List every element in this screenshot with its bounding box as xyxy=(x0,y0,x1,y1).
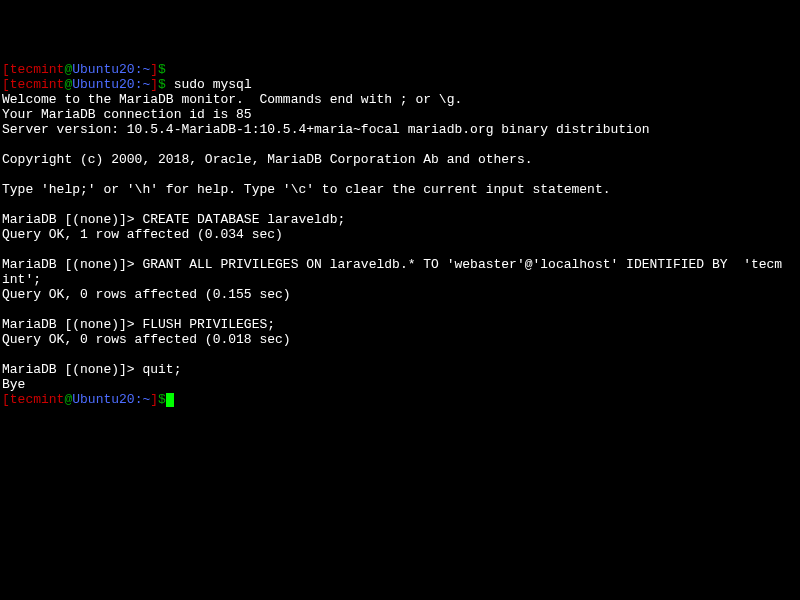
query-result-3: Query OK, 0 rows affected (0.018 sec) xyxy=(2,332,798,347)
flush-line: MariaDB [(none)]> FLUSH PRIVILEGES; xyxy=(2,317,798,332)
blank-line xyxy=(2,302,798,317)
dollar-sign: $ xyxy=(158,62,166,77)
bracket-open: [ xyxy=(2,392,10,407)
user: tecmint xyxy=(10,62,65,77)
user: tecmint xyxy=(10,392,65,407)
server-version: Server version: 10.5.4-MariaDB-1:10.5.4+… xyxy=(2,122,798,137)
mariadb-prompt: MariaDB [(none)]> xyxy=(2,362,142,377)
mariadb-prompt: MariaDB [(none)]> xyxy=(2,317,142,332)
quit-cmd: quit; xyxy=(142,362,181,377)
bracket-close: ] xyxy=(150,392,158,407)
host-path: Ubuntu20:~ xyxy=(72,62,150,77)
bracket-close: ] xyxy=(150,77,158,92)
blank-line xyxy=(2,137,798,152)
bracket-open: [ xyxy=(2,62,10,77)
connection-id: Your MariaDB connection id is 85 xyxy=(2,107,798,122)
query-result-1: Query OK, 1 row affected (0.034 sec) xyxy=(2,227,798,242)
bye-text: Bye xyxy=(2,377,798,392)
flush-privileges-cmd: FLUSH PRIVILEGES; xyxy=(142,317,275,332)
bracket-open: [ xyxy=(2,77,10,92)
prompt-line-1: [tecmint@Ubuntu20:~]$ xyxy=(2,62,798,77)
host-path: Ubuntu20:~ xyxy=(72,77,150,92)
create-database-cmd: CREATE DATABASE laraveldb; xyxy=(142,212,345,227)
blank-line xyxy=(2,242,798,257)
user: tecmint xyxy=(10,77,65,92)
dollar-sign: $ xyxy=(158,392,166,407)
bracket-close: ] xyxy=(150,62,158,77)
mariadb-prompt: MariaDB [(none)]> xyxy=(2,212,142,227)
terminal[interactable]: [tecmint@Ubuntu20:~]$[tecmint@Ubuntu20:~… xyxy=(2,62,798,407)
grant-line-2: int'; xyxy=(2,272,798,287)
create-db-line: MariaDB [(none)]> CREATE DATABASE larave… xyxy=(2,212,798,227)
welcome-text: Welcome to the MariaDB monitor. Commands… xyxy=(2,92,798,107)
prompt-line-3[interactable]: [tecmint@Ubuntu20:~]$ xyxy=(2,392,798,407)
command-sudo-mysql: sudo mysql xyxy=(166,77,252,92)
copyright-text: Copyright (c) 2000, 2018, Oracle, MariaD… xyxy=(2,152,798,167)
host-path: Ubuntu20:~ xyxy=(72,392,150,407)
grant-privileges-cmd: GRANT ALL PRIVILEGES ON laraveldb.* TO '… xyxy=(142,257,782,272)
blank-line xyxy=(2,197,798,212)
grant-line-1: MariaDB [(none)]> GRANT ALL PRIVILEGES O… xyxy=(2,257,798,272)
prompt-line-2: [tecmint@Ubuntu20:~]$ sudo mysql xyxy=(2,77,798,92)
mariadb-prompt: MariaDB [(none)]> xyxy=(2,257,142,272)
blank-line xyxy=(2,167,798,182)
dollar-sign: $ xyxy=(158,77,166,92)
quit-line: MariaDB [(none)]> quit; xyxy=(2,362,798,377)
blank-line xyxy=(2,347,798,362)
query-result-2: Query OK, 0 rows affected (0.155 sec) xyxy=(2,287,798,302)
help-text: Type 'help;' or '\h' for help. Type '\c'… xyxy=(2,182,798,197)
cursor-icon xyxy=(166,393,174,407)
